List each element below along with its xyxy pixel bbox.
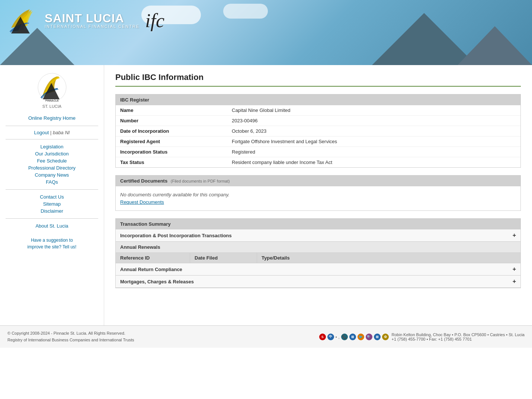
sidebar-item-legislation[interactable]: Legislation	[6, 143, 98, 150]
sidebar-item-company-news[interactable]: Company News	[6, 171, 98, 178]
footer-icon-bird: 🐦	[358, 334, 364, 340]
sidebar-item-about[interactable]: About St. Lucia	[6, 222, 98, 229]
table-row: Name Capital Nine Global Limited	[116, 105, 520, 116]
ibc-register-header: IBC Register	[116, 94, 520, 105]
ifc-logo-text: ifc	[145, 10, 164, 32]
annual-return-expand-button[interactable]: +	[513, 266, 516, 273]
annual-return-label: Annual Return Compliance	[120, 267, 182, 272]
field-label-inc-status: Incorporation Status	[116, 147, 227, 157]
mountain-right2	[458, 24, 532, 65]
sidebar-nav-group: Legislation Our Jurisdiction Fee Schedul…	[6, 143, 98, 186]
logo-bird-icon	[7, 6, 41, 35]
logout-separator: |	[50, 130, 53, 135]
annual-return-compliance-row[interactable]: Annual Return Compliance +	[116, 263, 520, 276]
logout-link[interactable]: Logout	[34, 129, 49, 136]
incorporation-transactions-label: Incorporation & Post Incorporation Trans…	[120, 233, 232, 238]
sidebar-divider-4	[6, 218, 98, 219]
cloud-decoration-2	[223, 4, 268, 19]
col-header-type-details: Type/Details	[257, 253, 520, 263]
col-header-date-filed: Date Filed	[190, 253, 257, 263]
certified-docs-section: Certified Documents (Filed documents in …	[115, 175, 521, 211]
sidebar-divider-2	[6, 139, 98, 139]
certified-docs-header: Certified Documents (Filed documents in …	[116, 176, 520, 186]
sidebar-item-faqs[interactable]: FAQs	[6, 178, 98, 186]
table-row: Number 2023-00496	[116, 116, 520, 126]
footer-contact-info: Robin Kelton Building, Choc Bay • P.O. B…	[392, 332, 525, 341]
ibc-register-section: IBC Register Name Capital Nine Global Li…	[115, 94, 521, 168]
mortgages-row[interactable]: Mortgages, Charges & Releases +	[116, 276, 520, 288]
col-header-reference-id: Reference ID	[116, 253, 190, 263]
sidebar-item-professional-directory[interactable]: Professional Directory	[6, 164, 98, 171]
request-documents-link[interactable]: Request Documents	[120, 199, 164, 205]
sidebar-divider-1	[6, 126, 98, 126]
table-row: Tax Status Resident company liable under…	[116, 157, 520, 168]
header-banner: SAINT LUCIA INTERNATIONAL FINANCIAL CENT…	[0, 0, 532, 65]
footer-phone: +1 (758) 455-7700 • Fax: +1 (758) 455 77…	[392, 337, 525, 341]
svg-text:PINNACLE: PINNACLE	[45, 99, 59, 102]
online-registry-link[interactable]: Online Registry Home	[6, 114, 98, 122]
sidebar-item-contact-us[interactable]: Contact Us	[6, 193, 98, 200]
incorporation-transactions-row[interactable]: Incorporation & Post Incorporation Trans…	[116, 229, 520, 242]
certified-docs-body: No documents currently available for thi…	[116, 186, 520, 210]
footer-icon-phone: 📞	[341, 334, 348, 340]
no-docs-text: No documents currently available for thi…	[120, 192, 516, 197]
field-label-number: Number	[116, 116, 227, 126]
incorporation-expand-button[interactable]: +	[513, 232, 516, 239]
pinnacle-icon: PINNACLE	[37, 73, 67, 102]
footer-left: © Copyright 2008-2024 - Pinnacle St. Luc…	[7, 330, 134, 343]
footer-icon-gear: ⚙	[382, 334, 389, 340]
field-value-name: Capital Nine Global Limited	[227, 105, 520, 116]
org-name-text: SAINT LUCIA INTERNATIONAL FINANCIAL CENT…	[45, 12, 140, 29]
ibc-info-table: Name Capital Nine Global Limited Number …	[116, 105, 520, 167]
sidebar-item-disclaimer[interactable]: Disclaimer	[6, 207, 98, 215]
sidebar-item-sitemap[interactable]: Sitemap	[6, 200, 98, 207]
main-container: PINNACLE ST. LUCIA Online Registry Home …	[0, 65, 532, 325]
field-value-tax-status: Resident company liable under Income Tax…	[227, 157, 520, 168]
field-value-agent: Fortgate Offshore Investment and Legal S…	[227, 136, 520, 147]
mortgages-label: Mortgages, Charges & Releases	[120, 279, 194, 284]
suggestion-line1: Have a suggestion to	[31, 238, 73, 243]
logo-area: SAINT LUCIA INTERNATIONAL FINANCIAL CENT…	[7, 6, 164, 35]
table-row: Date of Incorporation October 6, 2023	[116, 126, 520, 136]
footer-registry: Registry of International Business Compa…	[7, 337, 134, 344]
page-title: Public IBC Information	[115, 73, 521, 82]
pinnacle-label: ST. LUCIA	[6, 104, 98, 109]
sidebar-item-fee-schedule[interactable]: Fee Schedule	[6, 157, 98, 164]
sidebar: PINNACLE ST. LUCIA Online Registry Home …	[0, 65, 104, 325]
baba-ni-text: baba NI	[53, 130, 70, 135]
table-column-headers: Reference ID Date Filed Type/Details	[116, 253, 520, 263]
footer-icons: S 中 • , 📞 ⊞ 🐦 🔍 ⊞ ⚙	[319, 334, 389, 340]
footer-icon-dot1: •	[336, 335, 337, 339]
certified-docs-sub: (Filed documents in PDF format)	[171, 179, 230, 183]
certified-docs-title: Certified Documents	[120, 178, 167, 184]
sidebar-item-jurisdiction[interactable]: Our Jurisdiction	[6, 150, 98, 157]
mortgages-expand-button[interactable]: +	[513, 278, 516, 285]
field-label-tax-status: Tax Status	[116, 157, 227, 168]
title-divider	[115, 86, 521, 87]
footer-icon-search: 🔍	[366, 334, 372, 340]
footer-copyright: © Copyright 2008-2024 - Pinnacle St. Luc…	[7, 330, 134, 337]
suggestion-line2: improve the site? Tell us!	[28, 244, 77, 250]
transaction-summary-header: Transaction Summary	[116, 219, 520, 229]
sidebar-suggestion[interactable]: Have a suggestion to improve the site? T…	[6, 237, 98, 250]
footer-icon-share: ⊞	[374, 334, 381, 340]
footer: © Copyright 2008-2024 - Pinnacle St. Luc…	[0, 325, 532, 348]
field-label-agent: Registered Agent	[116, 136, 227, 147]
table-row: Registered Agent Fortgate Offshore Inves…	[116, 136, 520, 147]
footer-icon-grid: ⊞	[349, 334, 356, 340]
mountain-right	[372, 13, 476, 65]
sidebar-contact-group: Contact Us Sitemap Disclaimer	[6, 193, 98, 215]
field-value-number: 2023-00496	[227, 116, 520, 126]
content-area: Public IBC Information IBC Register Name…	[104, 65, 532, 325]
field-value-inc-status: Registered	[227, 147, 520, 157]
footer-icon-dot2: ,	[339, 335, 340, 339]
table-row: Incorporation Status Registered	[116, 147, 520, 157]
footer-address: Robin Kelton Building, Choc Bay • P.O. B…	[392, 332, 525, 337]
field-label-doi: Date of Incorporation	[116, 126, 227, 136]
footer-right: S 中 • , 📞 ⊞ 🐦 🔍 ⊞ ⚙ Robin Kelton Buildin…	[319, 332, 525, 341]
sidebar-logout: Logout | baba NI	[6, 130, 98, 135]
sidebar-divider-3	[6, 189, 98, 190]
field-value-doi: October 6, 2023	[227, 126, 520, 136]
annual-renewals-header: Annual Renewals	[116, 242, 520, 253]
footer-icon-s: S	[319, 334, 326, 340]
